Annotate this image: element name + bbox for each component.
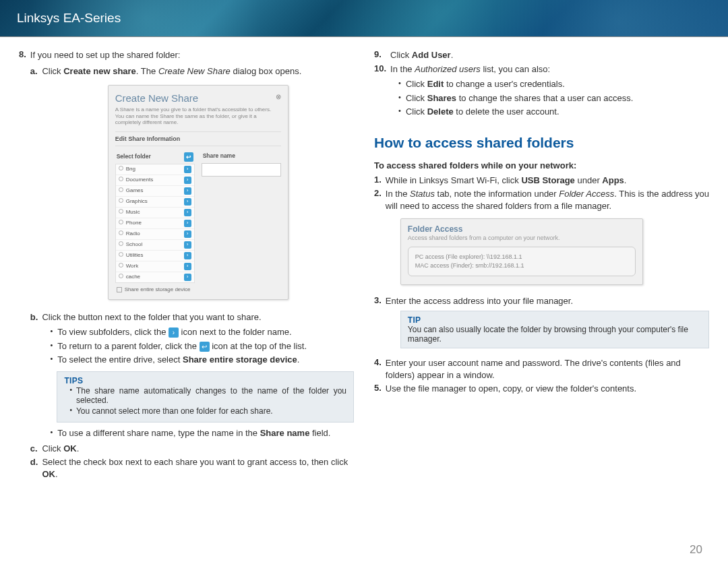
folder-name: Music bbox=[126, 209, 140, 215]
text: . bbox=[55, 469, 58, 479]
step-list-right: 9. Click Add User. 10. In the Authorized… bbox=[374, 49, 633, 121]
folder-row[interactable]: Phone› bbox=[116, 218, 194, 229]
dialog-section: Edit Share Information bbox=[115, 131, 281, 146]
folder-row[interactable]: Graphics› bbox=[116, 197, 194, 208]
chevron-right-icon[interactable]: › bbox=[184, 241, 191, 249]
back-arrow-icon[interactable]: ↩ bbox=[184, 152, 193, 162]
chevron-right-icon[interactable]: › bbox=[184, 230, 191, 238]
folder-pane: Select folder ↩ Bng› Documents› Games› bbox=[115, 150, 195, 294]
chevron-right-icon[interactable]: › bbox=[184, 166, 191, 173]
folder-name: Radio bbox=[126, 230, 140, 237]
chevron-right-icon[interactable]: › bbox=[184, 209, 191, 216]
folder-access-desc: Access shared folders from a computer on… bbox=[408, 235, 636, 241]
subhead: To access shared folders while on your n… bbox=[374, 160, 709, 170]
chevron-right-icon[interactable]: › bbox=[184, 198, 191, 206]
folder-row[interactable]: Utilities› bbox=[116, 251, 194, 261]
step8-intro: If you need to set up the shared folder: bbox=[30, 50, 181, 60]
step-list-left: 8. If you need to set up the shared fold… bbox=[19, 49, 354, 484]
page-content: 8. If you need to set up the shared fold… bbox=[0, 37, 728, 484]
text: . bbox=[77, 443, 80, 454]
bold: OK bbox=[42, 469, 55, 479]
folder-row[interactable]: Bng› bbox=[116, 164, 194, 175]
share-entire-label: Share entire storage device bbox=[125, 286, 191, 292]
step-number: 9. bbox=[374, 49, 390, 63]
text: Enter your user account name and passwor… bbox=[386, 358, 681, 380]
bold: OK bbox=[63, 443, 77, 454]
step-number: 3. bbox=[374, 295, 386, 358]
sharename-input[interactable] bbox=[202, 163, 281, 177]
folder-access-box: PC access (File explorer): \\192.168.1.1… bbox=[408, 247, 636, 276]
text: Click bbox=[42, 66, 63, 76]
folder-row[interactable]: Games› bbox=[116, 186, 194, 197]
chevron-right-icon[interactable]: › bbox=[184, 274, 191, 281]
bold: Delete bbox=[427, 106, 454, 117]
access-steps: 1. While in Linksys Smart Wi-Fi, click U… bbox=[374, 175, 709, 397]
text: Select the check box next to each share … bbox=[42, 457, 348, 467]
bold: Apps bbox=[602, 175, 624, 185]
text: While in Linksys Smart Wi-Fi, click bbox=[386, 175, 522, 185]
folder-row[interactable]: Documents› bbox=[116, 175, 194, 186]
step-number: 2. bbox=[374, 188, 386, 294]
text: . bbox=[624, 175, 627, 185]
text: . bbox=[451, 50, 454, 60]
list-item: Click Edit to change a user's credential… bbox=[390, 77, 633, 92]
step-number: 5. bbox=[374, 383, 386, 397]
text: list, you can also: bbox=[481, 64, 550, 74]
sharename-pane: Share name bbox=[202, 150, 281, 294]
bold: Shares bbox=[427, 93, 456, 103]
mac-access: MAC access (Finder): smb://192.168.1.1 bbox=[415, 261, 628, 270]
step-number: 10. bbox=[374, 63, 390, 121]
folder-access-screenshot: Folder Access Access shared folders from… bbox=[400, 218, 643, 284]
folder-row[interactable]: Radio› bbox=[116, 229, 194, 240]
text: dialog box opens. bbox=[231, 66, 302, 76]
step-number: 8. bbox=[19, 49, 30, 484]
text: to change a user's credentials. bbox=[444, 79, 565, 89]
chevron-right-icon[interactable]: › bbox=[184, 220, 191, 227]
italic: Authorized users bbox=[415, 64, 481, 74]
create-new-share-dialog: ⊗ Create New Share A Share is a name you… bbox=[108, 85, 289, 300]
section-title: How to access shared folders bbox=[374, 135, 709, 151]
step8b: Click the button next to the folder that… bbox=[42, 312, 261, 322]
text: To view subfolders, click the bbox=[57, 327, 169, 337]
select-folder-label: Select folder bbox=[117, 153, 151, 160]
folder-row[interactable]: School› bbox=[116, 240, 194, 251]
folder-name: Phone bbox=[126, 220, 142, 226]
list-item: Click Shares to change the shares that a… bbox=[390, 92, 633, 106]
tips-box: TIPS The share name automatically change… bbox=[57, 371, 354, 423]
text: tab, note the information under bbox=[435, 189, 559, 199]
list-item: To view subfolders, click the › icon nex… bbox=[42, 325, 354, 340]
text: . bbox=[297, 354, 300, 365]
chevron-right-icon[interactable]: › bbox=[184, 263, 191, 270]
back-arrow-icon: ↩ bbox=[200, 342, 210, 352]
close-icon[interactable]: ⊗ bbox=[276, 92, 281, 102]
text: icon next to the folder name. bbox=[179, 327, 292, 337]
left-column: 8. If you need to set up the shared fold… bbox=[19, 49, 354, 484]
bold: Create new share bbox=[63, 66, 136, 76]
folder-row[interactable]: cache› bbox=[116, 272, 194, 282]
folder-name: Work bbox=[126, 263, 139, 269]
text: field. bbox=[309, 428, 330, 438]
text: Click bbox=[406, 93, 427, 103]
header-title: Linksys EA-Series bbox=[17, 11, 121, 26]
chevron-right-icon[interactable]: › bbox=[184, 187, 191, 195]
bold: Share name bbox=[260, 428, 310, 438]
folder-row[interactable]: Music› bbox=[116, 208, 194, 218]
share-entire-row[interactable]: Share entire storage device bbox=[115, 283, 195, 294]
list-item: To select the entire drive, select Share… bbox=[42, 353, 354, 367]
dialog-desc: A Share is a name you give to a folder t… bbox=[115, 106, 281, 126]
tip-box: TIP You can also usually locate the fold… bbox=[400, 311, 709, 348]
folder-name: cache bbox=[126, 274, 140, 280]
chevron-right-icon[interactable]: › bbox=[184, 177, 191, 184]
list-item: To use a different share name, type the … bbox=[42, 427, 354, 441]
bold: Add User bbox=[412, 50, 451, 60]
checkbox-icon[interactable] bbox=[117, 287, 122, 292]
folder-access-title: Folder Access bbox=[408, 224, 636, 234]
chevron-right-icon[interactable]: › bbox=[184, 252, 191, 259]
step-number: 4. bbox=[374, 357, 386, 383]
tip-text: You can also usually locate the folder b… bbox=[408, 325, 702, 344]
text: to change the shares that a user can acc… bbox=[456, 93, 633, 103]
bold: Share entire storage device bbox=[183, 354, 297, 365]
tip-heading: TIP bbox=[408, 315, 702, 325]
substep-letter: c. bbox=[30, 443, 42, 457]
folder-row[interactable]: Work› bbox=[116, 261, 194, 272]
